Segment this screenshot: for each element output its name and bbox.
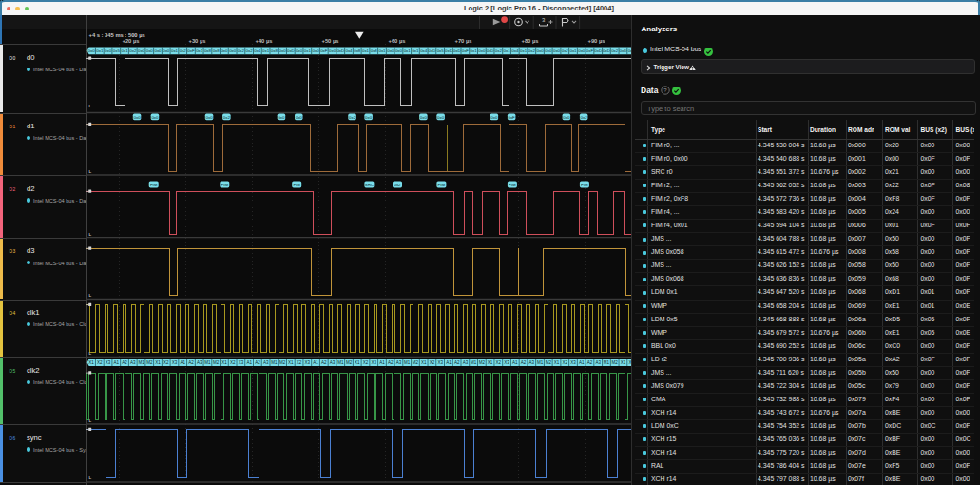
svg-text:0xD: 0xD	[603, 48, 610, 53]
svg-text:X1: X1	[355, 360, 360, 365]
svg-text:A2: A2	[388, 360, 394, 365]
svg-text:0x1: 0x1	[196, 48, 203, 53]
svg-text:A3: A3	[396, 360, 402, 365]
svg-text:0x2: 0x2	[495, 48, 503, 53]
svg-text:X2: X2	[97, 360, 103, 365]
svg-text:0x4: 0x4	[511, 48, 519, 53]
svg-text:0xD: 0xD	[336, 48, 344, 53]
svg-text:0x1: 0x1	[504, 48, 511, 53]
svg-text:0xF: 0xF	[320, 48, 328, 53]
svg-text:0x1: 0x1	[262, 48, 270, 53]
svg-text:A1: A1	[313, 360, 318, 365]
svg-text:0x0: 0x0	[329, 48, 336, 53]
svg-text:0xD: 0xD	[594, 48, 602, 53]
svg-text:L: L	[89, 232, 92, 237]
svg-text:A1: A1	[579, 360, 585, 365]
svg-text:X1: X1	[288, 360, 294, 365]
svg-text:0xF: 0xF	[462, 48, 470, 53]
svg-text:X1: X1	[221, 360, 227, 365]
svg-text:M1: M1	[604, 360, 610, 365]
svg-text:X3: X3	[106, 360, 111, 365]
svg-text:0x0: 0x0	[553, 48, 561, 53]
svg-text:0x0: 0x0	[578, 48, 586, 53]
svg-text:0x1: 0x1	[378, 48, 386, 53]
svg-text:X3: X3	[437, 360, 443, 365]
svg-text:0x1: 0x1	[520, 48, 528, 53]
svg-text:A2: A2	[321, 360, 327, 365]
svg-text:0x0: 0x0	[134, 115, 142, 120]
svg-text:+40 µs: +40 µs	[256, 38, 273, 44]
svg-text:A3: A3	[263, 360, 269, 365]
svg-text:0x2: 0x2	[246, 48, 254, 53]
svg-text:L: L	[89, 293, 92, 298]
svg-text:X1: X1	[155, 360, 161, 365]
svg-text:L: L	[89, 104, 92, 108]
svg-text:0x1: 0x1	[471, 48, 478, 53]
svg-text:+80 µs: +80 µs	[522, 38, 539, 44]
svg-text:0x1: 0x1	[362, 48, 370, 53]
svg-text:0x8: 0x8	[213, 48, 221, 53]
svg-text:0x5: 0x5	[437, 48, 445, 53]
svg-text:0x8: 0x8	[371, 48, 378, 53]
svg-text:X3: X3	[504, 360, 509, 365]
svg-text:FIM: FIM	[509, 183, 516, 187]
svg-text:X2: X2	[163, 360, 169, 365]
svg-text:0x0: 0x0	[163, 48, 170, 53]
svg-text:+20 µs: +20 µs	[123, 38, 140, 44]
svg-text:A2: A2	[454, 360, 460, 365]
svg-text:0x1: 0x1	[304, 48, 312, 53]
svg-text:0x1: 0x1	[412, 48, 419, 53]
svg-text:+90 µs: +90 µs	[588, 38, 605, 44]
svg-text:0x4: 0x4	[345, 48, 353, 53]
svg-text:+70 µs: +70 µs	[455, 38, 472, 44]
svg-text:0x1: 0x1	[254, 48, 261, 53]
svg-text:X3: X3	[305, 360, 311, 365]
svg-text:0xD: 0xD	[429, 48, 436, 53]
svg-text:X2: X2	[496, 360, 502, 365]
svg-text:M1: M1	[138, 360, 144, 365]
svg-text:M1: M1	[537, 360, 544, 365]
svg-text:0xF: 0xF	[187, 48, 195, 53]
svg-text:0x0: 0x0	[279, 48, 287, 53]
svg-text:0x0: 0x0	[313, 48, 320, 53]
svg-text:+60 µs: +60 µs	[389, 38, 406, 44]
svg-text:FIM: FIM	[581, 183, 588, 187]
svg-text:+30 µs: +30 µs	[189, 38, 206, 44]
svg-text:0xD: 0xD	[287, 48, 295, 53]
svg-text:0x0: 0x0	[296, 115, 303, 120]
svg-text:A1: A1	[114, 360, 120, 365]
svg-text:0x0: 0x0	[387, 48, 394, 53]
svg-text:0x8: 0x8	[204, 48, 212, 53]
svg-text:0x8: 0x8	[354, 48, 361, 53]
svg-text:0x2: 0x2	[129, 48, 137, 53]
svg-text:0x0: 0x0	[206, 115, 214, 120]
svg-text:0x0: 0x0	[478, 48, 486, 53]
svg-text:0x0: 0x0	[154, 48, 162, 53]
svg-text:L: L	[89, 351, 92, 356]
svg-text:0xD: 0xD	[453, 48, 461, 53]
svg-text:+4 s : 345 ms : 500 µs: +4 s : 345 ms : 500 µs	[89, 32, 145, 38]
svg-text:0x2: 0x2	[528, 48, 536, 53]
svg-text:M1: M1	[204, 360, 211, 365]
svg-text:3: 3	[542, 17, 546, 23]
svg-text:0x0: 0x0	[151, 115, 159, 120]
svg-text:X1: X1	[421, 360, 427, 365]
svg-text:0x1: 0x1	[122, 48, 129, 53]
svg-text:FIM: FIM	[438, 183, 446, 187]
svg-text:A3: A3	[330, 360, 336, 365]
svg-text:M2: M2	[146, 360, 153, 365]
svg-text:A3: A3	[130, 360, 136, 365]
svg-text:0x0: 0x0	[490, 115, 498, 120]
svg-text:0x0: 0x0	[221, 48, 228, 53]
svg-text:M2: M2	[213, 360, 220, 365]
svg-text:0xD: 0xD	[620, 48, 627, 53]
svg-text:0x2: 0x2	[394, 183, 401, 187]
svg-text:0x0: 0x0	[138, 48, 145, 53]
svg-text:M2: M2	[612, 360, 619, 365]
svg-text:A2: A2	[188, 360, 194, 365]
svg-text:X1: X1	[554, 360, 560, 365]
svg-text:A1: A1	[512, 360, 518, 365]
svg-text:M2: M2	[346, 360, 353, 365]
svg-text:0x0: 0x0	[420, 115, 428, 120]
svg-text:0x0: 0x0	[395, 48, 403, 53]
